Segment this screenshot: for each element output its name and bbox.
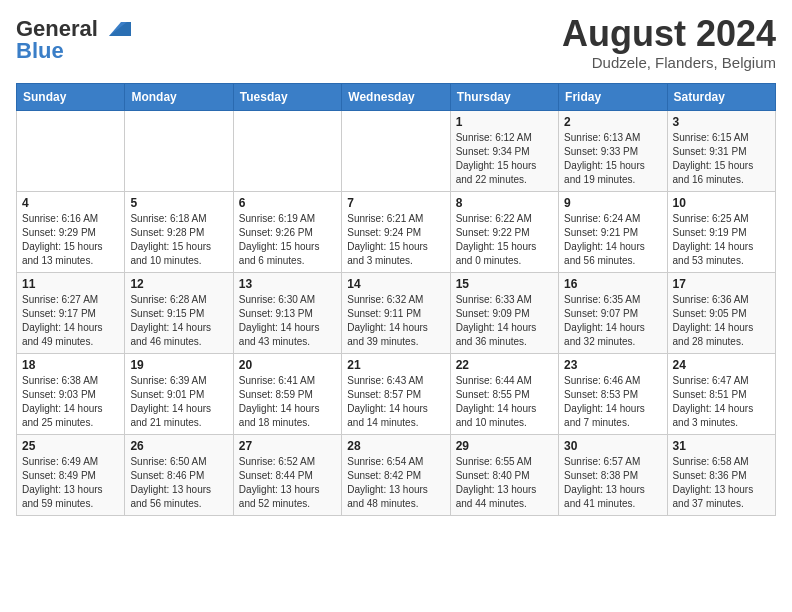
calendar-cell: 14Sunrise: 6:32 AM Sunset: 9:11 PM Dayli… bbox=[342, 273, 450, 354]
calendar-cell: 28Sunrise: 6:54 AM Sunset: 8:42 PM Dayli… bbox=[342, 435, 450, 516]
calendar-cell: 25Sunrise: 6:49 AM Sunset: 8:49 PM Dayli… bbox=[17, 435, 125, 516]
calendar-cell: 6Sunrise: 6:19 AM Sunset: 9:26 PM Daylig… bbox=[233, 192, 341, 273]
calendar-cell: 15Sunrise: 6:33 AM Sunset: 9:09 PM Dayli… bbox=[450, 273, 558, 354]
day-info: Sunrise: 6:28 AM Sunset: 9:15 PM Dayligh… bbox=[130, 293, 227, 349]
calendar-week-row: 11Sunrise: 6:27 AM Sunset: 9:17 PM Dayli… bbox=[17, 273, 776, 354]
calendar-cell: 17Sunrise: 6:36 AM Sunset: 9:05 PM Dayli… bbox=[667, 273, 775, 354]
weekday-header-tuesday: Tuesday bbox=[233, 84, 341, 111]
calendar-header-row: SundayMondayTuesdayWednesdayThursdayFrid… bbox=[17, 84, 776, 111]
day-info: Sunrise: 6:47 AM Sunset: 8:51 PM Dayligh… bbox=[673, 374, 770, 430]
day-number: 17 bbox=[673, 277, 770, 291]
day-number: 2 bbox=[564, 115, 661, 129]
day-number: 9 bbox=[564, 196, 661, 210]
weekday-header-saturday: Saturday bbox=[667, 84, 775, 111]
day-info: Sunrise: 6:35 AM Sunset: 9:07 PM Dayligh… bbox=[564, 293, 661, 349]
calendar-cell: 3Sunrise: 6:15 AM Sunset: 9:31 PM Daylig… bbox=[667, 111, 775, 192]
day-info: Sunrise: 6:44 AM Sunset: 8:55 PM Dayligh… bbox=[456, 374, 553, 430]
calendar-cell bbox=[233, 111, 341, 192]
day-number: 5 bbox=[130, 196, 227, 210]
weekday-header-sunday: Sunday bbox=[17, 84, 125, 111]
calendar-cell: 4Sunrise: 6:16 AM Sunset: 9:29 PM Daylig… bbox=[17, 192, 125, 273]
day-info: Sunrise: 6:15 AM Sunset: 9:31 PM Dayligh… bbox=[673, 131, 770, 187]
calendar-table: SundayMondayTuesdayWednesdayThursdayFrid… bbox=[16, 83, 776, 516]
day-info: Sunrise: 6:41 AM Sunset: 8:59 PM Dayligh… bbox=[239, 374, 336, 430]
calendar-cell: 21Sunrise: 6:43 AM Sunset: 8:57 PM Dayli… bbox=[342, 354, 450, 435]
day-info: Sunrise: 6:43 AM Sunset: 8:57 PM Dayligh… bbox=[347, 374, 444, 430]
weekday-header-wednesday: Wednesday bbox=[342, 84, 450, 111]
day-number: 30 bbox=[564, 439, 661, 453]
calendar-cell: 26Sunrise: 6:50 AM Sunset: 8:46 PM Dayli… bbox=[125, 435, 233, 516]
day-number: 27 bbox=[239, 439, 336, 453]
day-info: Sunrise: 6:32 AM Sunset: 9:11 PM Dayligh… bbox=[347, 293, 444, 349]
day-number: 29 bbox=[456, 439, 553, 453]
day-number: 26 bbox=[130, 439, 227, 453]
day-number: 21 bbox=[347, 358, 444, 372]
logo-blue: Blue bbox=[16, 38, 64, 64]
calendar-cell: 18Sunrise: 6:38 AM Sunset: 9:03 PM Dayli… bbox=[17, 354, 125, 435]
weekday-header-thursday: Thursday bbox=[450, 84, 558, 111]
day-number: 16 bbox=[564, 277, 661, 291]
calendar-cell: 12Sunrise: 6:28 AM Sunset: 9:15 PM Dayli… bbox=[125, 273, 233, 354]
calendar-cell: 19Sunrise: 6:39 AM Sunset: 9:01 PM Dayli… bbox=[125, 354, 233, 435]
calendar-cell: 22Sunrise: 6:44 AM Sunset: 8:55 PM Dayli… bbox=[450, 354, 558, 435]
logo: General Blue bbox=[16, 16, 131, 64]
day-number: 10 bbox=[673, 196, 770, 210]
day-number: 24 bbox=[673, 358, 770, 372]
day-info: Sunrise: 6:13 AM Sunset: 9:33 PM Dayligh… bbox=[564, 131, 661, 187]
calendar-cell: 7Sunrise: 6:21 AM Sunset: 9:24 PM Daylig… bbox=[342, 192, 450, 273]
day-number: 12 bbox=[130, 277, 227, 291]
day-info: Sunrise: 6:33 AM Sunset: 9:09 PM Dayligh… bbox=[456, 293, 553, 349]
day-number: 19 bbox=[130, 358, 227, 372]
day-number: 8 bbox=[456, 196, 553, 210]
calendar-week-row: 18Sunrise: 6:38 AM Sunset: 9:03 PM Dayli… bbox=[17, 354, 776, 435]
calendar-cell: 13Sunrise: 6:30 AM Sunset: 9:13 PM Dayli… bbox=[233, 273, 341, 354]
calendar-cell: 9Sunrise: 6:24 AM Sunset: 9:21 PM Daylig… bbox=[559, 192, 667, 273]
day-info: Sunrise: 6:50 AM Sunset: 8:46 PM Dayligh… bbox=[130, 455, 227, 511]
calendar-cell: 30Sunrise: 6:57 AM Sunset: 8:38 PM Dayli… bbox=[559, 435, 667, 516]
calendar-week-row: 4Sunrise: 6:16 AM Sunset: 9:29 PM Daylig… bbox=[17, 192, 776, 273]
calendar-cell: 5Sunrise: 6:18 AM Sunset: 9:28 PM Daylig… bbox=[125, 192, 233, 273]
page-header: General Blue August 2024 Dudzele, Flande… bbox=[16, 16, 776, 71]
day-number: 7 bbox=[347, 196, 444, 210]
calendar-cell: 11Sunrise: 6:27 AM Sunset: 9:17 PM Dayli… bbox=[17, 273, 125, 354]
calendar-cell: 16Sunrise: 6:35 AM Sunset: 9:07 PM Dayli… bbox=[559, 273, 667, 354]
calendar-cell: 27Sunrise: 6:52 AM Sunset: 8:44 PM Dayli… bbox=[233, 435, 341, 516]
day-number: 3 bbox=[673, 115, 770, 129]
day-info: Sunrise: 6:39 AM Sunset: 9:01 PM Dayligh… bbox=[130, 374, 227, 430]
calendar-cell bbox=[17, 111, 125, 192]
day-info: Sunrise: 6:24 AM Sunset: 9:21 PM Dayligh… bbox=[564, 212, 661, 268]
day-number: 18 bbox=[22, 358, 119, 372]
calendar-cell: 10Sunrise: 6:25 AM Sunset: 9:19 PM Dayli… bbox=[667, 192, 775, 273]
day-info: Sunrise: 6:58 AM Sunset: 8:36 PM Dayligh… bbox=[673, 455, 770, 511]
calendar-cell bbox=[125, 111, 233, 192]
day-info: Sunrise: 6:57 AM Sunset: 8:38 PM Dayligh… bbox=[564, 455, 661, 511]
day-number: 1 bbox=[456, 115, 553, 129]
month-title: August 2024 bbox=[562, 16, 776, 52]
calendar-week-row: 25Sunrise: 6:49 AM Sunset: 8:49 PM Dayli… bbox=[17, 435, 776, 516]
day-info: Sunrise: 6:55 AM Sunset: 8:40 PM Dayligh… bbox=[456, 455, 553, 511]
calendar-cell: 1Sunrise: 6:12 AM Sunset: 9:34 PM Daylig… bbox=[450, 111, 558, 192]
logo-icon bbox=[99, 18, 131, 40]
day-number: 15 bbox=[456, 277, 553, 291]
day-info: Sunrise: 6:27 AM Sunset: 9:17 PM Dayligh… bbox=[22, 293, 119, 349]
weekday-header-friday: Friday bbox=[559, 84, 667, 111]
day-number: 23 bbox=[564, 358, 661, 372]
day-info: Sunrise: 6:38 AM Sunset: 9:03 PM Dayligh… bbox=[22, 374, 119, 430]
calendar-cell: 8Sunrise: 6:22 AM Sunset: 9:22 PM Daylig… bbox=[450, 192, 558, 273]
title-block: August 2024 Dudzele, Flanders, Belgium bbox=[562, 16, 776, 71]
day-number: 28 bbox=[347, 439, 444, 453]
day-info: Sunrise: 6:52 AM Sunset: 8:44 PM Dayligh… bbox=[239, 455, 336, 511]
calendar-week-row: 1Sunrise: 6:12 AM Sunset: 9:34 PM Daylig… bbox=[17, 111, 776, 192]
day-info: Sunrise: 6:18 AM Sunset: 9:28 PM Dayligh… bbox=[130, 212, 227, 268]
calendar-cell: 23Sunrise: 6:46 AM Sunset: 8:53 PM Dayli… bbox=[559, 354, 667, 435]
day-info: Sunrise: 6:54 AM Sunset: 8:42 PM Dayligh… bbox=[347, 455, 444, 511]
calendar-cell: 29Sunrise: 6:55 AM Sunset: 8:40 PM Dayli… bbox=[450, 435, 558, 516]
day-info: Sunrise: 6:16 AM Sunset: 9:29 PM Dayligh… bbox=[22, 212, 119, 268]
day-number: 22 bbox=[456, 358, 553, 372]
day-info: Sunrise: 6:19 AM Sunset: 9:26 PM Dayligh… bbox=[239, 212, 336, 268]
day-number: 4 bbox=[22, 196, 119, 210]
calendar-cell: 24Sunrise: 6:47 AM Sunset: 8:51 PM Dayli… bbox=[667, 354, 775, 435]
weekday-header-monday: Monday bbox=[125, 84, 233, 111]
day-info: Sunrise: 6:30 AM Sunset: 9:13 PM Dayligh… bbox=[239, 293, 336, 349]
location-subtitle: Dudzele, Flanders, Belgium bbox=[562, 54, 776, 71]
